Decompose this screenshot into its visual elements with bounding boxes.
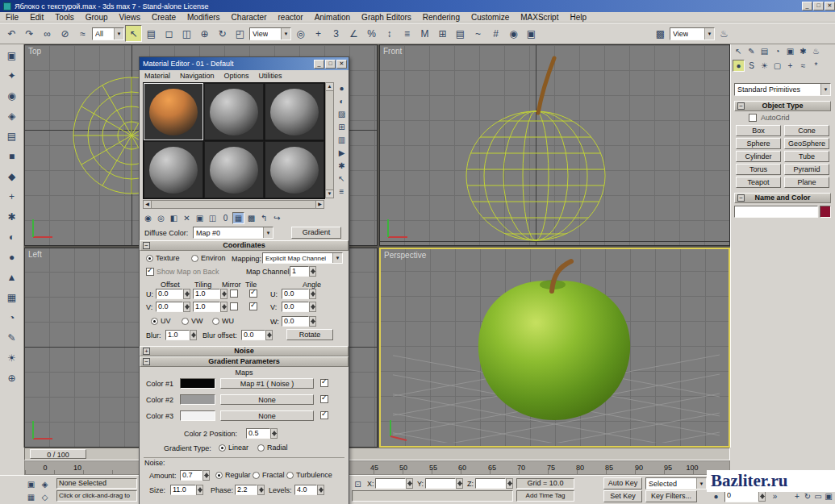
track-bar[interactable]: 0 10 45 50 55 60 65 70 75 80 85 90 95 10…: [24, 460, 730, 475]
mapping-dropdown[interactable]: Explicit Map Channel: [262, 252, 343, 264]
material-navigator-icon[interactable]: [336, 185, 348, 198]
shelf-icon-11[interactable]: [3, 248, 20, 265]
size-spinner[interactable]: [196, 485, 203, 495]
v-offset-spinner[interactable]: [183, 302, 190, 312]
material-editor-title-bar[interactable]: Material Editor - 01 - Default _ □ ✕: [140, 57, 349, 70]
chevron-down-icon[interactable]: [820, 84, 830, 95]
category-geometry-icon[interactable]: [733, 60, 745, 72]
chevron-down-icon[interactable]: [281, 28, 290, 40]
color1-swatch[interactable]: [180, 378, 215, 389]
menu-modifiers[interactable]: Modifiers: [182, 12, 226, 23]
tab-create-icon[interactable]: [733, 45, 745, 57]
chevron-down-icon[interactable]: [696, 478, 706, 489]
v-angle-field[interactable]: 0.0: [282, 302, 309, 312]
named-selection-sets-icon[interactable]: [399, 25, 415, 42]
close-icon[interactable]: ✕: [336, 60, 347, 69]
amount-spinner[interactable]: [202, 470, 210, 481]
map-slot-dropdown[interactable]: Map #0: [193, 227, 273, 239]
menu-reactor[interactable]: reactor: [273, 12, 309, 23]
show-end-result-icon[interactable]: [245, 212, 257, 224]
menu-animation[interactable]: Animation: [309, 12, 356, 23]
chevron-down-icon[interactable]: [263, 227, 273, 238]
u-tiling-spinner[interactable]: [220, 289, 228, 299]
tab-motion-icon[interactable]: [771, 45, 783, 57]
snap-toggle-3d-icon[interactable]: [328, 25, 344, 42]
cone-button[interactable]: Cone: [784, 125, 829, 136]
shelf-icon-5[interactable]: [3, 127, 20, 144]
color2-map-button[interactable]: None: [220, 394, 314, 405]
menu-edit[interactable]: Edit: [24, 12, 49, 23]
menu-maxscript[interactable]: MAXScript: [515, 12, 564, 23]
get-material-icon[interactable]: [142, 212, 154, 224]
current-frame-field[interactable]: 0: [724, 490, 758, 502]
u-offset-spinner[interactable]: [183, 289, 190, 299]
chevron-down-icon[interactable]: [704, 28, 714, 40]
category-systems-icon[interactable]: [810, 60, 822, 72]
curve-editor-icon[interactable]: [470, 25, 486, 42]
u-angle-spinner[interactable]: [309, 289, 316, 299]
color3-swatch[interactable]: [180, 410, 215, 421]
shelf-icon-13[interactable]: [3, 289, 20, 306]
put-material-icon[interactable]: [155, 212, 167, 224]
redo-icon[interactable]: [21, 25, 38, 42]
viewport-front[interactable]: Front: [379, 44, 730, 246]
x-coordinate-field[interactable]: [375, 478, 406, 489]
add-time-tag-field[interactable]: Add Time Tag: [516, 490, 574, 502]
put-to-library-icon[interactable]: [207, 212, 219, 224]
v-mirror-checkbox[interactable]: [230, 302, 238, 310]
bind-to-spacewarp-icon[interactable]: [74, 25, 91, 42]
time-slider[interactable]: 0 / 100: [24, 448, 730, 460]
rotate-button[interactable]: Rotate: [286, 329, 333, 340]
color2-position-field[interactable]: 0.5: [246, 428, 270, 439]
apple-rendered[interactable]: [381, 249, 729, 446]
viewport-perspective[interactable]: Perspective: [379, 248, 730, 448]
time-slider-handle[interactable]: 0 / 100: [30, 449, 86, 459]
backlight-icon[interactable]: [336, 95, 348, 107]
color1-map-button[interactable]: Map #1 ( Noise ): [220, 378, 314, 389]
transform-lock-icon[interactable]: [352, 478, 364, 490]
u-angle-field[interactable]: 0.0: [282, 289, 309, 299]
selection-lock-icon[interactable]: [25, 478, 37, 490]
menu-material[interactable]: Material: [140, 72, 175, 80]
pyramid-button[interactable]: Pyramid: [784, 164, 829, 175]
shelf-icon-6[interactable]: [3, 148, 20, 165]
gradient-parameters-rollout[interactable]: −Gradient Parameters: [140, 356, 349, 367]
select-and-rotate-icon[interactable]: [214, 25, 231, 42]
w-angle-field[interactable]: 0.0: [282, 316, 309, 327]
shelf-icon-15[interactable]: [3, 329, 20, 346]
chevron-down-icon[interactable]: [114, 28, 123, 40]
box-button[interactable]: Box: [736, 125, 781, 136]
noise-rollout[interactable]: +Noise: [140, 346, 349, 356]
color2-position-spinner[interactable]: [270, 428, 278, 439]
cylinder-button[interactable]: Cylinder: [736, 151, 781, 162]
pan-icon[interactable]: [792, 490, 802, 502]
shelf-icon-1[interactable]: [3, 47, 20, 64]
render-last-icon[interactable]: [652, 25, 669, 42]
y-coordinate-field[interactable]: [425, 478, 456, 489]
show-map-in-viewport-icon[interactable]: [232, 212, 244, 224]
undo-icon[interactable]: [3, 25, 20, 42]
angle-snap-icon[interactable]: [345, 25, 362, 42]
uv-radio[interactable]: UV: [151, 317, 171, 325]
z-coordinate-field[interactable]: [475, 478, 506, 489]
object-type-rollout[interactable]: −Object Type: [734, 101, 831, 111]
viewport-perspective-label[interactable]: Perspective: [384, 251, 426, 260]
absolute-mode-icon[interactable]: [39, 478, 51, 490]
sample-type-icon[interactable]: [336, 82, 348, 94]
menu-create[interactable]: Create: [146, 12, 182, 23]
make-preview-icon[interactable]: [336, 147, 348, 159]
render-scene-icon[interactable]: [523, 25, 540, 42]
levels-spinner[interactable]: [317, 485, 324, 495]
selection-filter-dropdown[interactable]: All: [92, 27, 124, 40]
object-name-field[interactable]: [734, 206, 818, 218]
plane-button[interactable]: Plane: [784, 177, 829, 188]
sphere-button[interactable]: Sphere: [736, 138, 781, 149]
sample-horizontal-scrollbar[interactable]: ◀▶: [143, 200, 324, 209]
autogrid-checkbox[interactable]: [749, 114, 757, 122]
use-center-icon[interactable]: [292, 25, 309, 42]
sample-vertical-scrollbar[interactable]: ▲▼: [325, 82, 334, 198]
select-and-scale-icon[interactable]: [232, 25, 248, 42]
align-icon[interactable]: [434, 25, 451, 42]
x-spinner[interactable]: [406, 478, 413, 489]
sample-tiling-icon[interactable]: [336, 121, 348, 133]
